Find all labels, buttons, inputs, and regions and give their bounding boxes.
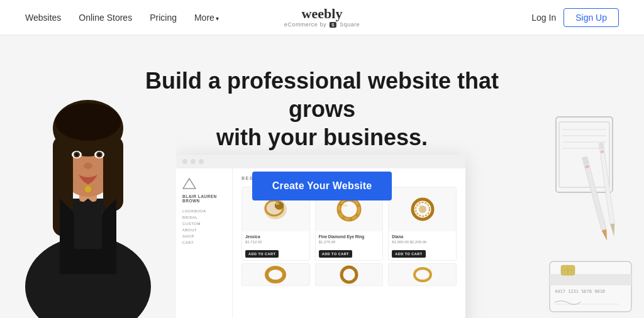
svg-point-11 bbox=[75, 153, 79, 156]
mockup-toolbar bbox=[176, 155, 465, 168]
svg-point-14 bbox=[98, 153, 101, 156]
product-2-add-to-cart[interactable]: ADD TO CART bbox=[319, 250, 352, 258]
product-2-info: Fine Diamond Eye Ring $1,275.00 ADD TO C… bbox=[316, 231, 383, 260]
product-3-name: Diana bbox=[392, 234, 453, 239]
sidebar-brand-name: BLAIR LAUREN BROWN bbox=[182, 194, 226, 203]
product-3-price: $1,500.00 $2,200.00 bbox=[392, 240, 453, 244]
sidebar-menu-shop: SHOP bbox=[182, 234, 226, 238]
sidebar-menu-lookbook: LOOKBOOK bbox=[182, 209, 226, 213]
nav-more[interactable]: More▾ bbox=[194, 13, 219, 23]
svg-point-15 bbox=[84, 163, 92, 169]
svg-rect-46 bbox=[599, 143, 604, 150]
svg-point-29 bbox=[419, 206, 426, 213]
mockup-dot-2 bbox=[191, 159, 196, 164]
mockup-dot-1 bbox=[182, 159, 187, 164]
bottom-products-strip bbox=[242, 263, 457, 286]
create-website-button[interactable]: Create Your Website bbox=[252, 172, 392, 200]
svg-rect-49 bbox=[550, 274, 631, 285]
nav-links: Websites Online Stores Pricing More▾ bbox=[25, 13, 219, 23]
svg-point-23 bbox=[275, 202, 279, 205]
signup-button[interactable]: Sign Up bbox=[564, 8, 619, 27]
ecommerce-tagline: eCommerce by S Square bbox=[284, 21, 360, 28]
product-1-price: $1,712.50 bbox=[245, 240, 306, 244]
svg-point-26 bbox=[343, 204, 348, 207]
product-2-price: $1,275.00 bbox=[319, 240, 380, 244]
square-icon: S bbox=[330, 22, 336, 28]
login-button[interactable]: Log In bbox=[531, 13, 556, 23]
mockup-dot-3 bbox=[199, 159, 204, 164]
svg-point-8 bbox=[55, 103, 121, 141]
sidebar-menu-cart: CART bbox=[182, 241, 226, 244]
nav-online-stores[interactable]: Online Stores bbox=[79, 13, 132, 23]
product-3-image bbox=[389, 187, 456, 231]
svg-rect-42 bbox=[582, 156, 589, 165]
svg-point-33 bbox=[414, 268, 431, 281]
product-1-name: Jessica bbox=[245, 234, 306, 239]
nav-websites[interactable]: Websites bbox=[25, 13, 61, 23]
mockup-sidebar: BLAIR LAUREN BROWN LOOKBOOK BRIDAL CUSTO… bbox=[176, 168, 233, 318]
svg-text:4417  1231  5678  9010: 4417 1231 5678 9010 bbox=[555, 289, 605, 294]
svg-marker-17 bbox=[183, 178, 196, 189]
hero-headline: Build a professional website that grows … bbox=[127, 67, 517, 151]
product-3-add-to-cart[interactable]: ADD TO CART bbox=[392, 250, 425, 258]
chevron-down-icon: ▾ bbox=[216, 15, 219, 22]
sidebar-menu-bridal: BRIDAL bbox=[182, 216, 226, 219]
svg-point-22 bbox=[275, 201, 284, 210]
nav-auth: Log In Sign Up bbox=[531, 8, 619, 27]
svg-point-32 bbox=[341, 267, 357, 282]
svg-marker-41 bbox=[602, 229, 609, 241]
svg-rect-7 bbox=[103, 136, 123, 211]
sidebar-menu-about: ABOUT bbox=[182, 228, 226, 232]
stationery-illustration: 4417 1231 5678 9010 bbox=[518, 79, 644, 318]
nav-pricing[interactable]: Pricing bbox=[150, 13, 177, 23]
hero-section: Build a professional website that grows … bbox=[0, 35, 644, 318]
svg-point-31 bbox=[267, 268, 284, 282]
product-1-add-to-cart[interactable]: ADD TO CART bbox=[245, 250, 279, 258]
product-diana: Diana $1,500.00 $2,200.00 ADD TO CART bbox=[388, 187, 457, 261]
svg-marker-45 bbox=[610, 224, 616, 237]
product-1-info: Jessica $1,712.50 ADD TO CART bbox=[242, 231, 309, 260]
brand-logo: weebly eCommerce by S Square bbox=[284, 7, 360, 28]
product-2-name: Fine Diamond Eye Ring bbox=[319, 234, 380, 239]
svg-point-30 bbox=[417, 205, 421, 207]
svg-rect-47 bbox=[601, 150, 604, 153]
navigation: Websites Online Stores Pricing More▾ wee… bbox=[0, 0, 644, 35]
product-3-info: Diana $1,500.00 $2,200.00 ADD TO CART bbox=[389, 231, 456, 260]
svg-point-16 bbox=[84, 185, 92, 193]
weebly-wordmark: weebly bbox=[284, 7, 360, 21]
sidebar-menu-custom: CUSTOM bbox=[182, 222, 226, 226]
svg-point-25 bbox=[339, 199, 359, 219]
